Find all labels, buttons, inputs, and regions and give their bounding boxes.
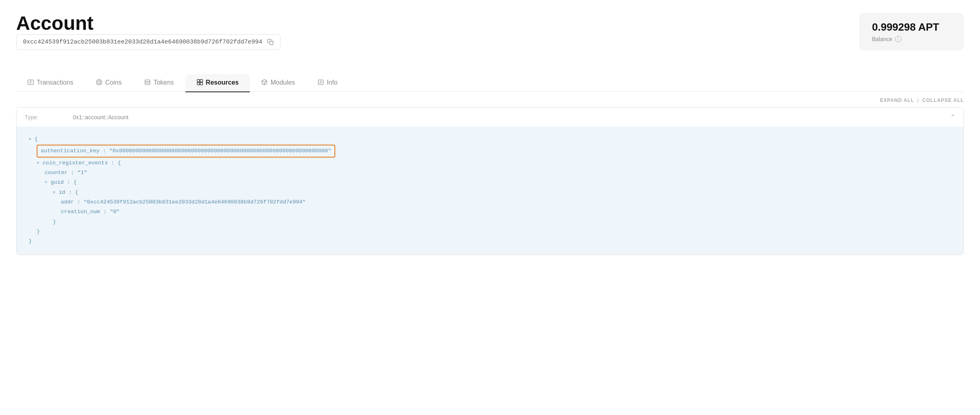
svg-rect-11 [200, 79, 202, 82]
svg-rect-13 [200, 82, 202, 85]
balance-label: Balance i [872, 36, 951, 42]
json-coin-register-events-line: ▼ coin_register_events : { [29, 158, 951, 168]
address-text: 0xcc424539f912acb25003b831ee2033d28d1a4e… [23, 39, 262, 46]
tab-transactions[interactable]: Transactions [16, 74, 85, 92]
tab-tokens-label: Tokens [154, 79, 174, 86]
address-box: 0xcc424539f912acb25003b831ee2033d28d1a4e… [16, 34, 280, 50]
modules-icon [261, 79, 268, 87]
expand-collapse-controls: EXPAND ALL | COLLAPSE ALL [16, 92, 964, 107]
resources-icon [197, 79, 203, 87]
resource-header[interactable]: Type: 0x1::account::Account ⌃ [17, 108, 963, 127]
json-guid-line: ▼ guid : { [29, 178, 951, 187]
svg-point-6 [98, 81, 101, 83]
page-title: Account [16, 13, 280, 34]
svg-point-5 [96, 79, 102, 85]
tab-resources-label: Resources [206, 79, 239, 86]
controls-divider: | [918, 98, 919, 103]
tab-modules[interactable]: Modules [250, 74, 306, 92]
tab-transactions-label: Transactions [37, 79, 73, 86]
resource-type-value: 0x1::account::Account [73, 114, 950, 120]
balance-card: 0.999298 APT Balance i [859, 13, 964, 50]
tab-modules-label: Modules [270, 79, 295, 86]
info-icon [318, 79, 324, 87]
svg-rect-12 [197, 82, 199, 85]
tab-coins[interactable]: Coins [85, 74, 133, 92]
svg-line-15 [262, 81, 264, 82]
tokens-icon [144, 79, 151, 87]
page-header: Account 0xcc424539f912acb25003b831ee2033… [16, 13, 964, 64]
tab-resources[interactable]: Resources [185, 74, 250, 92]
expand-all-button[interactable]: EXPAND ALL [880, 98, 914, 103]
svg-rect-0 [270, 41, 273, 45]
svg-line-16 [264, 81, 267, 82]
json-counter-line: counter : "1" [29, 168, 951, 178]
json-coin-close: } [29, 227, 951, 237]
json-addr-line: addr : "0xcc424539f912acb25003b831ee2033… [29, 197, 951, 207]
resource-body: ▼ { authentication_key : "0x000000000000… [17, 127, 963, 254]
svg-rect-7 [145, 80, 150, 85]
tab-info[interactable]: Info [306, 74, 349, 92]
auth-key-highlight: authentication_key : "0x0000000000000000… [37, 145, 335, 158]
json-open-brace: ▼ { [29, 135, 951, 144]
tab-coins-label: Coins [105, 79, 122, 86]
json-creation-num-line: creation_num : "0" [29, 207, 951, 217]
tabs-row: Transactions Coins Tokens Resources Modu… [16, 74, 964, 92]
copy-icon[interactable] [267, 39, 274, 45]
json-id-close: } [29, 217, 951, 227]
svg-rect-10 [197, 79, 199, 82]
json-id-line: ▼ id : { [29, 188, 951, 197]
chevron-up-icon: ⌃ [950, 113, 955, 121]
json-auth-key-line: authentication_key : "0x0000000000000000… [29, 145, 951, 158]
coins-icon [96, 79, 102, 87]
balance-amount: 0.999298 APT [872, 21, 951, 33]
transactions-icon [27, 79, 34, 87]
json-close-brace: } [29, 237, 951, 246]
tab-info-label: Info [327, 79, 338, 86]
address-row: 0xcc424539f912acb25003b831ee2033d28d1a4e… [16, 34, 280, 50]
tab-tokens[interactable]: Tokens [133, 74, 185, 92]
balance-info-icon[interactable]: i [895, 36, 901, 42]
collapse-all-button[interactable]: COLLAPSE ALL [922, 98, 964, 103]
resource-type-label: Type: [25, 114, 73, 120]
resource-section: Type: 0x1::account::Account ⌃ ▼ { authen… [16, 107, 964, 255]
